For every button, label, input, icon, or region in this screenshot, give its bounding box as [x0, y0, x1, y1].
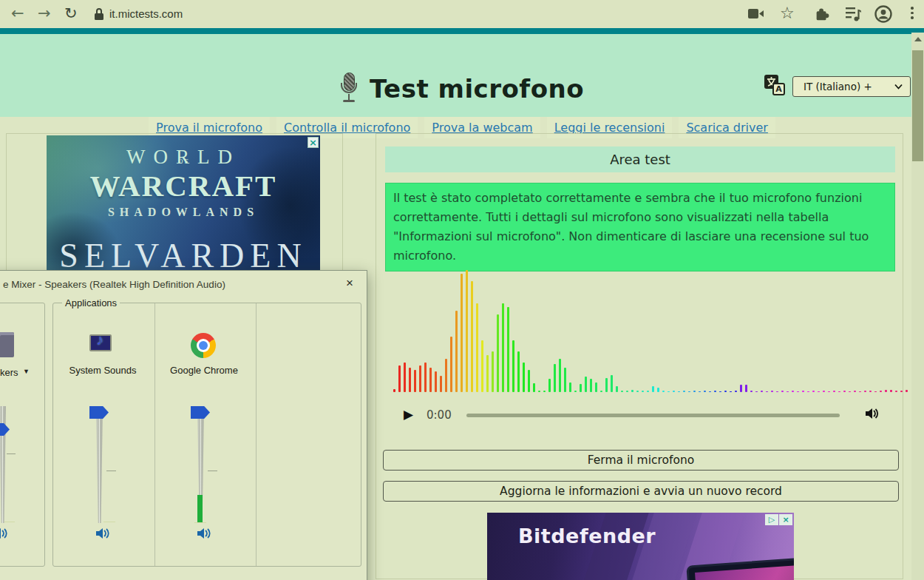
- translate-icon: A: [764, 75, 787, 98]
- language-select[interactable]: IT (Italiano) +: [792, 76, 911, 97]
- media-controls-icon[interactable]: [846, 7, 862, 21]
- waveform-bar: [393, 389, 395, 392]
- system-sounds-speaker-icon[interactable]: [95, 526, 111, 541]
- waveform-bar: [409, 368, 411, 392]
- audio-player: ▶ 0:00: [376, 402, 904, 429]
- waveform-bar: [455, 311, 458, 392]
- waveform-visualization: [393, 269, 911, 392]
- waveform-bar: [548, 379, 551, 392]
- waveform-bar: [419, 365, 421, 392]
- forward-icon[interactable]: →: [38, 4, 51, 23]
- volume-mixer-window[interactable]: e Mixer - Speakers (Realtek High Definit…: [0, 270, 367, 580]
- waveform-bar: [554, 364, 556, 392]
- device-speaker-icon[interactable]: [0, 526, 9, 541]
- waveform-bar: [528, 370, 530, 392]
- slider-tick: [4, 522, 15, 522]
- waveform-bar: [652, 386, 654, 392]
- play-icon[interactable]: ▶: [404, 407, 413, 422]
- waveform-bar: [688, 391, 690, 392]
- slider-tick: [208, 471, 217, 471]
- ad-brand-bitdefender: Bitdefender: [518, 525, 656, 547]
- app-label-google-chrome: Google Chrome: [156, 365, 252, 376]
- waveform-bar: [642, 391, 644, 392]
- waveform-bar: [543, 391, 546, 392]
- wow-advertisement[interactable]: WORLD OF WARCRAFT SHADOWLANDS SELVARDEN …: [47, 135, 320, 273]
- playback-time: 0:00: [427, 408, 452, 422]
- waveform-bar: [869, 391, 872, 392]
- window-title: e Mixer - Speakers (Realtek High Definit…: [3, 279, 225, 290]
- waveform-bar: [471, 281, 473, 392]
- google-chrome-icon: [191, 333, 216, 358]
- waveform-bar: [823, 391, 825, 392]
- waveform-bar: [802, 391, 804, 392]
- page-scrollbar[interactable]: [911, 33, 924, 580]
- volume-icon[interactable]: [864, 406, 879, 421]
- teal-divider: [0, 28, 924, 34]
- waveform-bar: [523, 362, 525, 392]
- column-divider: [256, 303, 257, 566]
- bitdefender-advertisement[interactable]: Bitdefender ▷ ×: [487, 513, 794, 580]
- stop-microphone-button[interactable]: Ferma il microfono: [383, 450, 899, 471]
- browser-menu-icon[interactable]: [911, 7, 914, 19]
- waveform-bar: [502, 303, 504, 392]
- waveform-bar: [595, 382, 597, 392]
- waveform-bar: [874, 391, 877, 392]
- waveform-bar: [559, 359, 561, 392]
- waveform-bar: [569, 382, 571, 392]
- scrollbar-up-icon[interactable]: [914, 37, 922, 41]
- waveform-bar: [611, 375, 613, 392]
- waveform-bar: [838, 391, 840, 392]
- profile-avatar-icon[interactable]: [874, 5, 892, 23]
- waveform-bar: [486, 355, 489, 392]
- waveform-bar: [833, 391, 835, 392]
- waveform-bar: [507, 307, 509, 392]
- waveform-bar: [580, 384, 582, 392]
- reload-icon[interactable]: ↻: [64, 4, 78, 23]
- waveform-bar: [864, 391, 866, 392]
- seek-bar[interactable]: [466, 414, 840, 417]
- waveform-bar: [476, 303, 478, 392]
- adchoices-icon[interactable]: ▷: [765, 514, 778, 525]
- ad-text-selvarden: SELVARDEN: [47, 236, 320, 273]
- waveform-bar: [880, 391, 882, 392]
- music-note-icon: ♪: [96, 331, 103, 348]
- back-icon[interactable]: ←: [11, 4, 24, 23]
- waveform-bar: [662, 391, 665, 392]
- waveform-bar: [750, 391, 753, 392]
- waveform-bar: [481, 340, 483, 392]
- waveform-bar: [600, 391, 602, 392]
- waveform-bar: [714, 391, 716, 392]
- waveform-bar: [647, 391, 649, 392]
- waveform-bar: [740, 385, 742, 392]
- scrollbar-thumb[interactable]: [912, 50, 923, 161]
- media-camera-icon[interactable]: [748, 8, 764, 19]
- waveform-bar: [895, 391, 897, 392]
- browser-toolbar: ← → ↻ it.mictests.com ☆: [0, 0, 924, 28]
- chevron-down-icon: [894, 84, 903, 90]
- window-close-icon[interactable]: ×: [346, 277, 353, 289]
- ad-close-icon[interactable]: ×: [308, 137, 319, 148]
- column-divider: [154, 303, 155, 566]
- waveform-bar: [616, 386, 618, 392]
- ad-close-icon[interactable]: ×: [779, 514, 792, 525]
- waveform-bar: [906, 390, 908, 392]
- waveform-bar: [704, 391, 706, 392]
- device-name-label: kers: [0, 367, 18, 378]
- waveform-bar: [673, 391, 675, 392]
- waveform-bar: [626, 391, 628, 392]
- waveform-bar: [435, 371, 437, 392]
- waveform-bar: [667, 391, 670, 392]
- test-area-title: Area test: [385, 146, 895, 172]
- refresh-and-record-button[interactable]: Aggiorna le informazioni e avvia un nuov…: [383, 481, 899, 502]
- chrome-speaker-icon[interactable]: [196, 526, 212, 541]
- device-dropdown-icon[interactable]: ▼: [23, 368, 30, 375]
- waveform-bar: [818, 391, 820, 392]
- slider-tick: [7, 453, 16, 454]
- app-label-system-sounds: System Sounds: [55, 365, 151, 376]
- extensions-puzzle-icon[interactable]: [814, 6, 830, 22]
- url-bar[interactable]: it.mictests.com: [109, 7, 183, 20]
- waveform-bar: [900, 391, 903, 392]
- waveform-bar: [828, 391, 830, 392]
- bookmark-star-icon[interactable]: ☆: [780, 4, 795, 22]
- ad-text-of: OF: [178, 158, 190, 165]
